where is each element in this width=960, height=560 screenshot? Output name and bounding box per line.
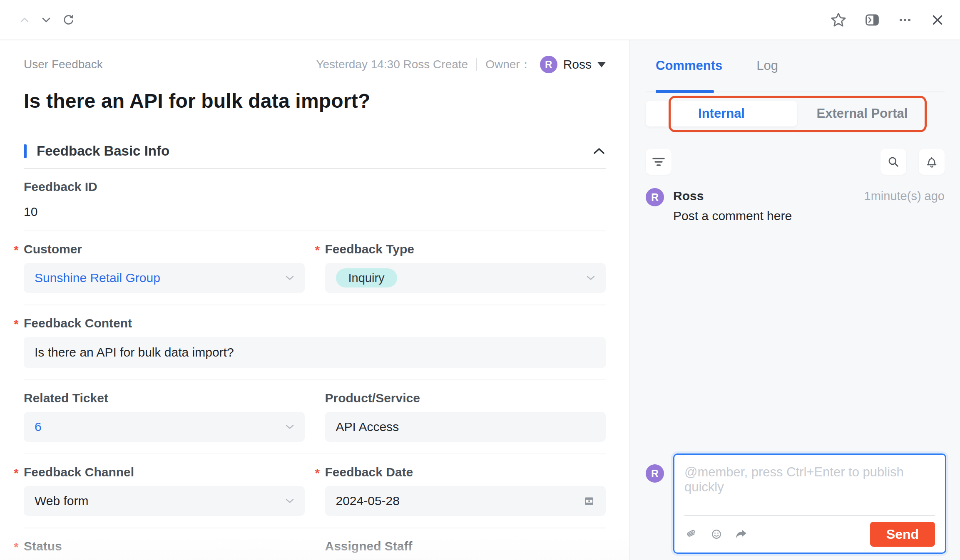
required-marker: *	[315, 466, 320, 480]
refresh-button[interactable]	[62, 13, 76, 27]
section-collapse-button[interactable]	[592, 147, 606, 155]
active-tab-underline	[656, 90, 714, 93]
search-icon	[887, 155, 900, 168]
required-marker: *	[14, 317, 19, 331]
tab-comments[interactable]: Comments	[656, 58, 722, 92]
related-ticket-value[interactable]: 6	[35, 420, 42, 434]
feedback-detail-panel: User Feedback Yesterday 14:30 Ross Creat…	[0, 40, 630, 560]
segment-internal[interactable]: Internal	[646, 101, 797, 126]
main-content: User Feedback Yesterday 14:30 Ross Creat…	[0, 40, 960, 560]
chevron-up-icon	[18, 15, 31, 25]
required-marker: *	[315, 243, 320, 257]
feedback-channel-select[interactable]: Web form	[24, 486, 305, 516]
field-row-content: *Feedback Content Is there an API for bu…	[24, 305, 606, 380]
meta-divider	[476, 58, 477, 71]
comment-timestamp: 1minute(s) ago	[864, 189, 945, 203]
customer-select[interactable]: Sunshine Retail Group	[24, 263, 305, 293]
filter-icon	[652, 156, 666, 168]
chevron-down-icon	[286, 275, 294, 280]
send-button[interactable]: Send	[870, 522, 935, 547]
comment-author-name: Ross	[673, 189, 704, 203]
product-service-value: API Access	[336, 420, 399, 434]
section-accent-bar	[24, 144, 27, 158]
next-record-button[interactable]	[40, 15, 52, 25]
share-button[interactable]	[734, 528, 748, 540]
bell-icon	[925, 155, 938, 168]
more-actions-button[interactable]	[898, 14, 913, 26]
panel-collapse-icon	[864, 12, 880, 27]
feedback-type-select[interactable]: Inquiry	[325, 263, 606, 293]
feedback-id-value: 10	[24, 205, 606, 219]
section-title: Feedback Basic Info	[37, 143, 169, 159]
favorite-button[interactable]	[830, 12, 847, 28]
detail-header-row: User Feedback Yesterday 14:30 Ross Creat…	[24, 55, 606, 74]
chevron-down-icon	[286, 424, 294, 429]
product-service-input[interactable]: API Access	[325, 412, 606, 442]
panel-tabs: Comments Log	[646, 40, 945, 92]
visibility-segmented-control: Internal External Portal	[646, 96, 945, 137]
search-button[interactable]	[880, 149, 906, 175]
window-actions-group	[830, 12, 945, 28]
feedback-detail-window: User Feedback Yesterday 14:30 Ross Creat…	[0, 0, 960, 560]
prev-record-button[interactable]	[18, 15, 31, 25]
comment-body: Post a comment here	[673, 209, 945, 223]
record-meta: Yesterday 14:30 Ross Create Owner： R Ros…	[316, 56, 606, 73]
comment-input[interactable]	[684, 458, 935, 515]
star-icon	[830, 12, 847, 28]
window-toolbar	[0, 0, 960, 40]
segment-external-portal[interactable]: External Portal	[797, 101, 927, 126]
close-icon	[930, 12, 945, 27]
created-meta-text: Yesterday 14:30 Ross Create	[316, 58, 468, 71]
customer-value[interactable]: Sunshine Retail Group	[35, 271, 160, 285]
composer-box: Send	[673, 453, 946, 554]
chevron-down-icon	[40, 15, 52, 25]
breadcrumb: User Feedback	[24, 58, 103, 71]
owner-dropdown[interactable]: R Ross	[540, 56, 606, 73]
filter-button[interactable]	[646, 149, 672, 175]
collapse-panel-button[interactable]	[864, 12, 880, 27]
owner-avatar: R	[540, 56, 557, 73]
required-marker: *	[14, 466, 19, 480]
chevron-up-icon	[592, 147, 606, 155]
owner-name: Ross	[563, 57, 592, 72]
related-ticket-select[interactable]: 6	[24, 412, 305, 442]
product-service-label: Product/Service	[325, 391, 420, 405]
comments-toolbar	[646, 149, 945, 175]
feedback-type-label: *Feedback Type	[325, 242, 415, 256]
status-label: *Status	[24, 539, 62, 553]
feedback-date-picker[interactable]: 2024-05-28	[325, 486, 606, 516]
feedback-date-label: *Feedback Date	[325, 465, 413, 479]
feedback-content-input[interactable]: Is there an API for bulk data import?	[24, 337, 606, 368]
emoji-button[interactable]	[710, 528, 723, 540]
chevron-down-icon	[286, 498, 294, 503]
feedback-type-tag: Inquiry	[336, 268, 397, 287]
customer-label: *Customer	[24, 242, 82, 256]
section-header: Feedback Basic Info	[24, 143, 606, 159]
required-marker: *	[14, 243, 19, 257]
refresh-icon	[62, 13, 76, 27]
paperclip-icon	[684, 528, 699, 540]
feedback-date-value: 2024-05-28	[336, 494, 400, 508]
composer-footer: Send	[684, 515, 935, 548]
feedback-channel-value: Web form	[35, 494, 88, 508]
assigned-staff-label: Assigned Staff	[325, 539, 413, 553]
field-row-ticket-product: Related Ticket 6 Product/Service API Acc…	[24, 380, 606, 454]
required-marker: *	[14, 540, 19, 554]
tab-log[interactable]: Log	[756, 58, 778, 92]
feedback-content-label: *Feedback Content	[24, 316, 132, 330]
field-row-channel-date: *Feedback Channel Web form *Feedback Dat…	[24, 454, 606, 528]
notifications-button[interactable]	[919, 149, 945, 175]
ellipsis-icon	[898, 14, 913, 26]
calendar-icon	[583, 495, 595, 507]
composer-avatar: R	[646, 464, 664, 483]
field-row-status-staff: *Status New Assigned Staff John Smith	[24, 528, 606, 560]
close-button[interactable]	[930, 12, 945, 27]
record-nav-group	[18, 13, 76, 27]
page-title: Is there an API for bulk data import?	[24, 89, 606, 112]
field-row-customer-type: *Customer Sunshine Retail Group *Feedbac…	[24, 231, 606, 305]
feedback-channel-label: *Feedback Channel	[24, 465, 134, 479]
smiley-icon	[710, 528, 723, 540]
field-row-feedback-id: Feedback ID 10	[24, 169, 606, 231]
related-ticket-label: Related Ticket	[24, 391, 108, 405]
attach-button[interactable]	[684, 528, 699, 540]
